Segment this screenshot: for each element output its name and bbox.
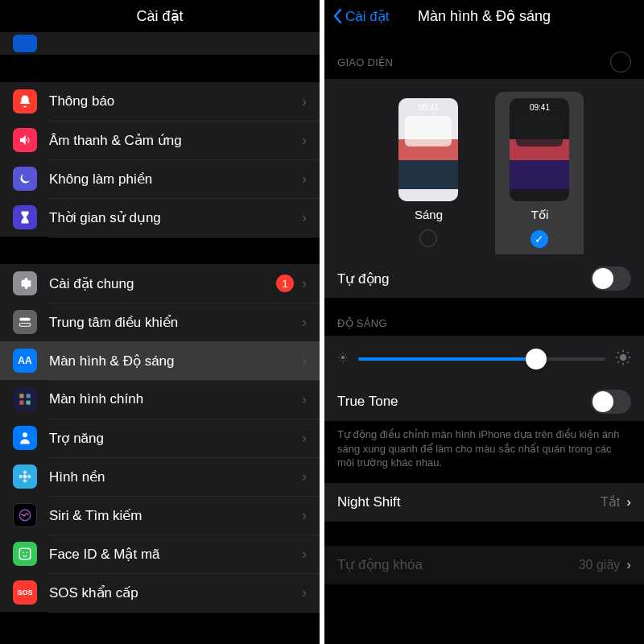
chevron-left-icon xyxy=(332,8,342,24)
display-brightness-panel: Cài đặt Màn hình & Độ sáng GIAO DIỆN 09:… xyxy=(324,0,644,644)
svg-point-11 xyxy=(27,475,31,479)
appearance-option-light[interactable]: 09:41 Sáng xyxy=(384,92,473,248)
svg-rect-3 xyxy=(27,394,31,398)
back-label: Cài đặt xyxy=(345,8,389,25)
settings-row-dnd[interactable]: Không làm phiền› xyxy=(0,159,320,198)
light-label: Sáng xyxy=(384,208,473,221)
row-label: Màn hình & Độ sáng xyxy=(49,353,302,369)
screentime-icon xyxy=(13,205,37,229)
settings-row-siri[interactable]: Siri & Tìm kiếm› xyxy=(0,496,320,535)
chevron-right-icon: › xyxy=(302,546,307,563)
autolock-label: Tự động khóa xyxy=(337,556,579,573)
chevron-right-icon: › xyxy=(302,314,307,331)
chevron-right-icon: › xyxy=(302,391,307,408)
toggle-auto-appearance[interactable] xyxy=(591,266,631,291)
radio-on-icon: ✓ xyxy=(530,230,548,248)
settings-row-general[interactable]: Cài đặt chung1› xyxy=(0,264,320,303)
auto-label: Tự động xyxy=(337,270,591,287)
svg-point-16 xyxy=(341,356,345,360)
preview-light-icon: 09:41 xyxy=(398,98,458,201)
truetone-description: Tự động điều chỉnh màn hình iPhone dựa t… xyxy=(324,421,644,483)
display-icon: AA xyxy=(13,349,37,373)
truetone-label: True Tone xyxy=(337,394,591,410)
settings-row-home[interactable]: Màn hình chính› xyxy=(0,380,320,419)
settings-root-panel: Cài đặt Thông báo›Âm thanh & Cảm ứng›Khô… xyxy=(0,0,320,644)
svg-line-24 xyxy=(345,354,346,355)
svg-point-15 xyxy=(27,552,28,554)
row-label: Siri & Tìm kiếm xyxy=(49,507,302,524)
row-auto-lock[interactable]: Tự động khóa 30 giây › xyxy=(324,546,644,584)
row-label: Trợ năng xyxy=(49,430,302,447)
row-label: Thời gian sử dụng xyxy=(49,209,302,226)
chevron-right-icon: › xyxy=(626,494,631,510)
toggle-true-tone[interactable] xyxy=(591,390,631,414)
settings-group-a: Thông báo›Âm thanh & Cảm ứng›Không làm p… xyxy=(0,82,320,237)
svg-rect-2 xyxy=(19,394,23,398)
svg-line-22 xyxy=(345,360,346,361)
sounds-icon xyxy=(13,128,37,152)
back-button[interactable]: Cài đặt xyxy=(332,8,389,25)
svg-point-9 xyxy=(23,479,27,483)
chevron-right-icon: › xyxy=(302,171,307,188)
sos-icon: SOS xyxy=(13,580,37,605)
preview-dark-icon: 09:41 xyxy=(510,98,569,201)
row-label: Trung tâm điều khiển xyxy=(49,314,302,331)
svg-point-14 xyxy=(23,552,24,554)
settings-row-sos[interactable]: SOSSOS khẩn cấp› xyxy=(0,573,320,612)
svg-line-21 xyxy=(340,354,341,355)
row-vpn-partial[interactable] xyxy=(0,32,320,55)
chevron-right-icon: › xyxy=(302,132,307,149)
svg-line-33 xyxy=(627,352,629,353)
chevron-right-icon: › xyxy=(302,275,307,292)
brightness-slider-row xyxy=(324,336,644,382)
svg-rect-4 xyxy=(19,401,23,405)
nav-bar: Cài đặt Màn hình & Độ sáng xyxy=(324,0,644,32)
controlcenter-icon xyxy=(13,310,37,334)
nightshift-value: Tắt xyxy=(601,494,620,510)
accessibility-icon xyxy=(13,426,37,450)
badge: 1 xyxy=(276,275,294,292)
settings-row-display[interactable]: AAMàn hình & Độ sáng› xyxy=(0,341,320,380)
row-label: Màn hình chính xyxy=(49,391,302,407)
dnd-icon xyxy=(13,167,37,191)
chevron-right-icon: › xyxy=(302,209,307,226)
svg-rect-1 xyxy=(19,324,31,327)
dark-label: Tối xyxy=(495,208,584,222)
siri-icon xyxy=(13,503,37,527)
faceid-icon xyxy=(13,542,37,566)
svg-point-7 xyxy=(23,475,27,479)
settings-row-notifications[interactable]: Thông báo› xyxy=(0,82,320,121)
svg-point-8 xyxy=(23,471,27,475)
settings-row-sounds[interactable]: Âm thanh & Cảm ứng› xyxy=(0,121,320,159)
page-title: Cài đặt xyxy=(0,0,320,32)
chevron-right-icon: › xyxy=(302,584,307,601)
sun-large-icon xyxy=(615,349,631,369)
row-label: Cài đặt chung xyxy=(49,275,276,292)
sun-small-icon xyxy=(337,351,349,367)
chevron-right-icon: › xyxy=(302,353,307,369)
row-night-shift[interactable]: Night Shift Tắt › xyxy=(324,483,644,522)
chevron-right-icon: › xyxy=(302,507,307,524)
row-true-tone[interactable]: True Tone xyxy=(324,382,644,421)
chevron-right-icon: › xyxy=(302,93,307,110)
section-header-appearance: GIAO DIỆN xyxy=(324,32,644,79)
settings-row-screentime[interactable]: Thời gian sử dụng› xyxy=(0,198,320,237)
row-label: Âm thanh & Cảm ứng xyxy=(49,132,302,149)
svg-point-10 xyxy=(19,475,23,479)
autolock-value: 30 giây xyxy=(579,558,621,572)
svg-point-25 xyxy=(620,353,626,360)
home-icon xyxy=(13,387,37,411)
row-label: SOS khẩn cấp xyxy=(49,584,302,601)
svg-line-23 xyxy=(340,360,341,361)
vpn-icon xyxy=(13,35,37,52)
svg-line-31 xyxy=(627,361,629,363)
settings-row-wallpaper[interactable]: Hình nền› xyxy=(0,457,320,496)
settings-row-controlcenter[interactable]: Trung tâm điều khiển› xyxy=(0,303,320,341)
svg-point-6 xyxy=(23,432,27,437)
row-auto-appearance[interactable]: Tự động xyxy=(324,259,644,298)
settings-row-accessibility[interactable]: Trợ năng› xyxy=(0,419,320,457)
appearance-option-dark[interactable]: 09:41 Tối ✓ xyxy=(495,92,584,254)
brightness-slider[interactable] xyxy=(358,347,605,371)
row-label: Hình nền xyxy=(49,469,302,485)
settings-row-faceid[interactable]: Face ID & Mật mã› xyxy=(0,535,320,573)
